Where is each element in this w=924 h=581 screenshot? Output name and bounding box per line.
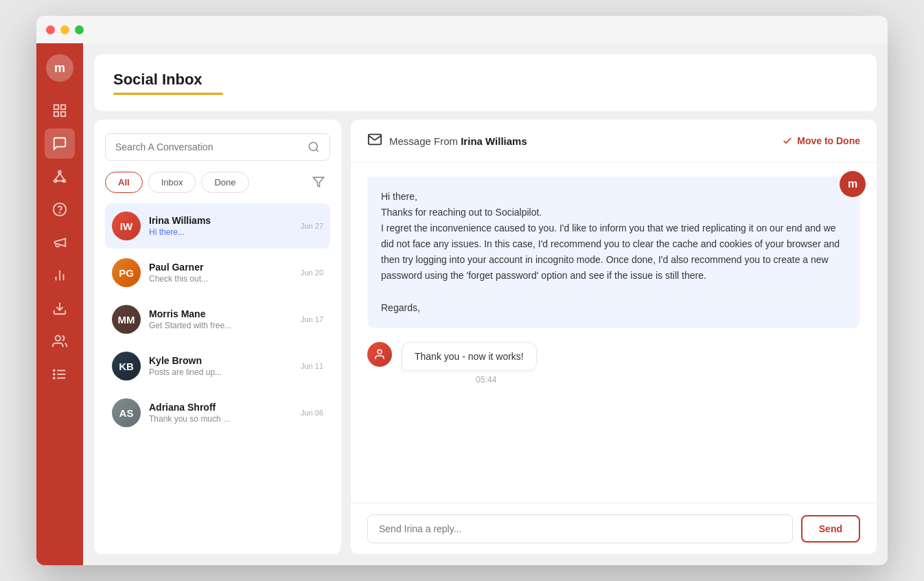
conv-preview: Posts are lined up... (149, 367, 292, 377)
conv-info-irina: Irina Williams Hi there... (149, 215, 292, 237)
svg-line-24 (316, 149, 318, 151)
svg-point-23 (309, 142, 317, 150)
svg-point-20 (54, 370, 55, 372)
sidebar-item-team[interactable] (45, 326, 75, 356)
conv-preview: Check this out... (149, 274, 292, 284)
filter-tab-all[interactable]: All (105, 172, 143, 193)
svg-point-11 (60, 212, 60, 213)
filter-icon[interactable] (307, 170, 330, 194)
filter-tab-inbox[interactable]: Inbox (148, 172, 196, 193)
user-message-row: Thank you - now it works! 05:44 (367, 342, 860, 385)
panels-row: All Inbox Done IW (94, 119, 877, 554)
sidebar-item-analytics[interactable] (45, 260, 75, 290)
search-input[interactable] (115, 141, 302, 152)
svg-point-21 (54, 374, 55, 375)
avatar-adriana: AS (112, 398, 141, 427)
search-icon (308, 141, 320, 153)
title-bar (36, 16, 888, 43)
conv-name: Adriana Shroff (149, 402, 292, 413)
conv-date: Jun 06 (301, 409, 323, 417)
title-underline (113, 93, 223, 95)
svg-rect-2 (54, 112, 58, 116)
conversation-item-paul[interactable]: PG Paul Garner Check this out... Jun 20 (105, 250, 330, 295)
user-bubble-wrap: Thank you - now it works! 05:44 (402, 342, 537, 385)
app-window: m (36, 16, 888, 565)
check-icon (782, 135, 793, 146)
svg-rect-1 (61, 105, 65, 109)
agent-bubble: m Hi there, Thanks for reaching out to S… (367, 176, 860, 328)
message-body: m Hi there, Thanks for reaching out to S… (351, 163, 877, 503)
conv-name: Paul Garner (149, 262, 292, 273)
conv-date: Jun 27 (301, 222, 323, 230)
reply-bar: Send (351, 503, 877, 554)
svg-rect-3 (61, 112, 65, 116)
sidebar-item-support[interactable] (45, 194, 75, 225)
svg-line-8 (60, 173, 64, 179)
svg-point-16 (56, 336, 60, 341)
main-content: Social Inbox All (83, 43, 888, 565)
page-title: Social Inbox (113, 71, 857, 89)
svg-point-22 (54, 378, 55, 379)
avatar-morris: MM (112, 305, 141, 334)
message-header: Message From Irina Williams Move to Done (351, 119, 877, 163)
svg-point-26 (378, 350, 382, 354)
conversation-item-adriana[interactable]: AS Adriana Shroff Thank you so much ... … (105, 390, 330, 435)
conv-name: Irina Williams (149, 215, 292, 226)
conversation-item-irina[interactable]: IW Irina Williams Hi there... Jun 27 (105, 203, 330, 249)
search-bar (105, 133, 330, 161)
sidebar-item-network[interactable] (45, 161, 75, 192)
conversation-item-kyle[interactable]: KB Kyle Brown Posts are lined up... Jun … (105, 343, 330, 389)
user-bubble: Thank you - now it works! (402, 342, 537, 371)
conv-date: Jun 20 (301, 269, 323, 277)
message-icon (367, 132, 382, 150)
conv-preview: Hi there... (149, 227, 292, 237)
user-avatar (367, 342, 392, 367)
conv-info-morris: Morris Mane Get Started with free... (149, 308, 292, 330)
header-card: Social Inbox (94, 54, 877, 111)
svg-line-7 (56, 173, 60, 179)
message-text: Hi there, Thanks for reaching out to Soc… (381, 191, 840, 313)
left-panel: All Inbox Done IW (94, 119, 341, 554)
conv-date: Jun 17 (301, 315, 323, 323)
move-to-done-label: Move to Done (797, 135, 860, 146)
filter-tab-done[interactable]: Done (201, 172, 249, 193)
conv-info-kyle: Kyle Brown Posts are lined up... (149, 355, 292, 377)
conv-preview: Get Started with free... (149, 321, 292, 330)
conversation-list: IW Irina Williams Hi there... Jun 27 PG (105, 203, 330, 435)
avatar-paul: PG (112, 258, 141, 287)
app-body: m (36, 43, 888, 565)
avatar-kyle: KB (112, 352, 141, 380)
message-header-info: Message From Irina Williams (367, 132, 774, 150)
conversation-item-morris[interactable]: MM Morris Mane Get Started with free... … (105, 297, 330, 342)
agent-bubble-wrap: m Hi there, Thanks for reaching out to S… (367, 176, 860, 328)
avatar-irina: IW (112, 212, 141, 240)
send-button[interactable]: Send (801, 515, 860, 543)
conv-name: Morris Mane (149, 308, 292, 319)
conv-date: Jun 11 (301, 362, 323, 370)
conv-info-paul: Paul Garner Check this out... (149, 262, 292, 284)
svg-point-4 (58, 171, 61, 174)
message-timestamp: 05:44 (476, 375, 496, 385)
agent-logo: m (840, 171, 866, 197)
filter-row: All Inbox Done (105, 170, 330, 194)
conv-preview: Thank you so much ... (149, 414, 292, 424)
message-sender-name: Irina Williams (461, 135, 527, 147)
reply-input[interactable] (367, 514, 793, 543)
sidebar-item-list[interactable] (45, 359, 75, 389)
sidebar-item-downloads[interactable] (45, 293, 75, 323)
close-button[interactable] (46, 25, 55, 34)
sidebar-item-campaigns[interactable] (45, 227, 75, 258)
maximize-button[interactable] (75, 25, 84, 34)
sidebar: m (36, 43, 83, 565)
svg-marker-25 (314, 177, 324, 187)
message-from: Message From Irina Williams (389, 135, 527, 147)
sidebar-logo[interactable]: m (46, 54, 73, 82)
move-to-done-button[interactable]: Move to Done (782, 135, 860, 146)
sidebar-item-social-inbox[interactable] (45, 128, 75, 159)
svg-rect-0 (54, 105, 58, 109)
agent-message-row: m Hi there, Thanks for reaching out to S… (367, 176, 860, 328)
minimize-button[interactable] (60, 25, 69, 34)
conv-name: Kyle Brown (149, 355, 292, 366)
conv-info-adriana: Adriana Shroff Thank you so much ... (149, 402, 292, 424)
sidebar-item-dashboard[interactable] (45, 95, 75, 126)
